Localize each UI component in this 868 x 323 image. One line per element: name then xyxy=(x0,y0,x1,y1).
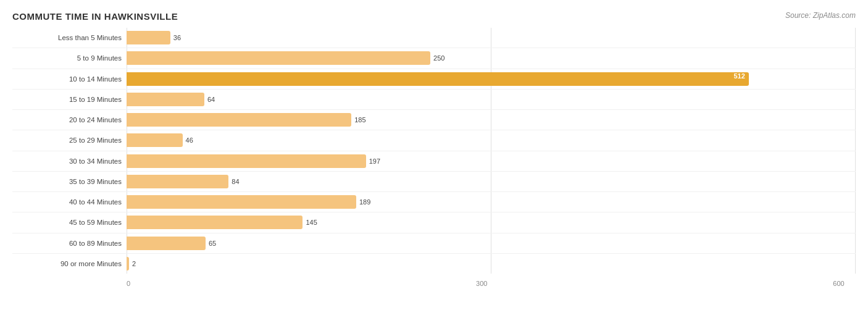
bar-label: 40 to 44 Minutes xyxy=(12,198,127,206)
bar-track: 2 xyxy=(127,257,856,271)
x-axis: 0300600 xyxy=(127,280,856,287)
bar-fill xyxy=(127,154,366,168)
bar-track: 65 xyxy=(127,237,856,250)
bar-fill xyxy=(127,51,430,65)
bar-fill xyxy=(127,195,356,209)
bar-fill xyxy=(127,113,351,127)
bar-fill xyxy=(127,237,206,250)
bar-label: 45 to 59 Minutes xyxy=(12,219,127,226)
bar-row: 40 to 44 Minutes189 xyxy=(12,192,856,212)
bar-track: 46 xyxy=(127,133,856,147)
x-tick: 300 xyxy=(476,280,487,287)
bar-row: 20 to 24 Minutes185 xyxy=(12,110,856,130)
bar-value-outside: 84 xyxy=(232,178,239,185)
x-tick: 0 xyxy=(127,280,130,287)
bar-value-outside: 145 xyxy=(306,219,317,226)
chart-body: Less than 5 Minutes365 to 9 Minutes25010… xyxy=(12,28,856,287)
bar-value-outside: 36 xyxy=(173,34,181,41)
bar-fill xyxy=(127,31,170,44)
bar-row: 5 to 9 Minutes250 xyxy=(12,48,856,69)
bar-label: 15 to 19 Minutes xyxy=(12,96,127,103)
x-tick: 600 xyxy=(833,280,844,287)
bar-row: 15 to 19 Minutes64 xyxy=(12,90,856,110)
bar-value-outside: 250 xyxy=(433,54,444,62)
chart-container: COMMUTE TIME IN HAWKINSVILLE Source: Zip… xyxy=(0,0,868,323)
bar-label: 90 or more Minutes xyxy=(12,260,127,267)
bar-row: 10 to 14 Minutes512 xyxy=(12,69,856,90)
bar-value-outside: 64 xyxy=(207,96,215,103)
bar-label: 30 to 34 Minutes xyxy=(12,157,127,165)
bar-fill xyxy=(127,175,228,188)
bar-track: 512 xyxy=(127,72,856,86)
bar-track: 185 xyxy=(127,113,856,127)
bar-label: 60 to 89 Minutes xyxy=(12,240,127,247)
bar-row: Less than 5 Minutes36 xyxy=(12,28,856,48)
bar-value-inside: 512 xyxy=(733,72,745,80)
bar-row: 35 to 39 Minutes84 xyxy=(12,172,856,192)
bar-track: 189 xyxy=(127,195,856,209)
bar-value-outside: 185 xyxy=(354,116,365,124)
bar-fill: 512 xyxy=(127,72,749,86)
chart-source: Source: ZipAtlas.com xyxy=(785,11,856,20)
bar-fill xyxy=(127,257,129,271)
bar-row: 45 to 59 Minutes145 xyxy=(12,212,856,233)
bar-value-outside: 65 xyxy=(209,240,216,247)
bar-label: Less than 5 Minutes xyxy=(12,34,127,41)
bar-fill xyxy=(127,133,183,147)
bar-label: 25 to 29 Minutes xyxy=(12,136,127,144)
bar-row: 25 to 29 Minutes46 xyxy=(12,130,856,151)
bar-track: 64 xyxy=(127,93,856,106)
bar-fill xyxy=(127,93,204,106)
bar-label: 5 to 9 Minutes xyxy=(12,54,127,62)
bars-area: Less than 5 Minutes365 to 9 Minutes25010… xyxy=(12,28,856,274)
bar-fill xyxy=(127,216,303,229)
bar-value-outside: 197 xyxy=(369,157,380,165)
bar-row: 60 to 89 Minutes65 xyxy=(12,233,856,254)
bar-row: 30 to 34 Minutes197 xyxy=(12,151,856,172)
bar-label: 10 to 14 Minutes xyxy=(12,75,127,83)
bar-label: 35 to 39 Minutes xyxy=(12,178,127,185)
bar-track: 250 xyxy=(127,51,856,65)
bar-track: 145 xyxy=(127,216,856,229)
chart-title: COMMUTE TIME IN HAWKINSVILLE xyxy=(12,11,178,22)
bar-track: 84 xyxy=(127,175,856,188)
bar-row: 90 or more Minutes2 xyxy=(12,254,856,274)
bar-track: 197 xyxy=(127,154,856,168)
chart-header: COMMUTE TIME IN HAWKINSVILLE Source: Zip… xyxy=(12,11,856,22)
bar-track: 36 xyxy=(127,31,856,44)
bar-value-outside: 46 xyxy=(186,136,193,144)
bar-value-outside: 189 xyxy=(359,198,370,206)
bar-label: 20 to 24 Minutes xyxy=(12,116,127,124)
bar-value-outside: 2 xyxy=(132,260,136,267)
